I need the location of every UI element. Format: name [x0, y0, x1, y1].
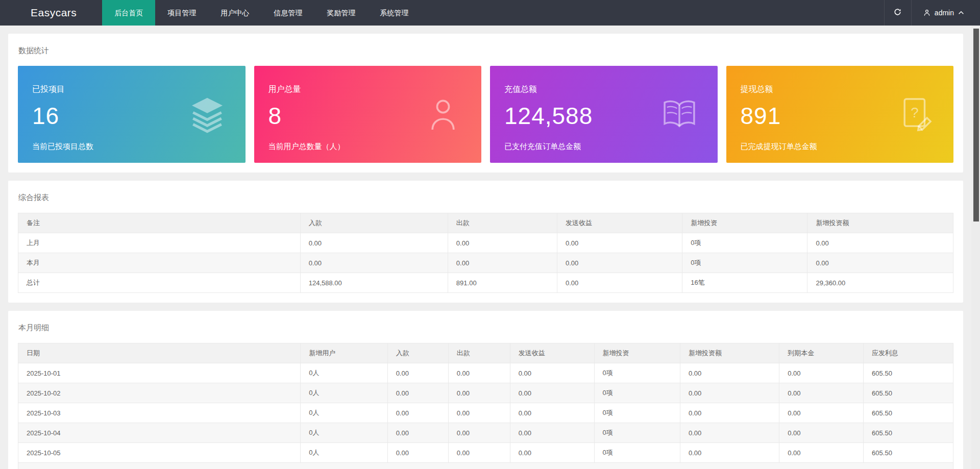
table-row: 上月0.000.000.000项0.00: [18, 233, 953, 253]
table-cell: 0.00: [680, 363, 779, 383]
column-header: 新增用户: [301, 343, 387, 363]
table-cell: 0人: [301, 423, 387, 443]
table-cell: 0.00: [779, 443, 864, 463]
table-cell: 605.50: [864, 423, 953, 443]
stat-cards: 已投项目 16 当前已投项目总数 用户总量 8 当前用户总数量（人）: [18, 66, 953, 163]
stat-card: 已投项目 16 当前已投项目总数: [18, 66, 246, 163]
column-header: 入款: [300, 213, 448, 233]
summary-section-title: 综合报表: [18, 181, 953, 213]
table-cell: 2025-10-03: [18, 403, 301, 423]
layers-icon: [188, 95, 226, 133]
detail-section-title: 本月明细: [18, 311, 953, 343]
table-cell: 0.00: [807, 253, 953, 273]
table-cell: 2025-10-05: [18, 443, 301, 463]
main-content: 数据统计 已投项目 16 当前已投项目总数 用户总量 8 当前用户总数量（人）: [0, 34, 971, 469]
nav-item-2[interactable]: 用户中心: [208, 0, 261, 26]
nav-item-3[interactable]: 信息管理: [261, 0, 314, 26]
table-cell: 0项: [594, 403, 680, 423]
table-cell: 2025-10-02: [18, 383, 301, 403]
table-cell: 0.00: [510, 403, 594, 423]
refresh-button[interactable]: [884, 0, 912, 26]
table-cell: 0.00: [779, 383, 864, 403]
table-cell: 0人: [301, 363, 387, 383]
table-row: 本月0.000.000.000项0.00: [18, 253, 953, 273]
table-row: 2025-10-030人0.000.000.000项0.000.00605.50: [18, 403, 953, 423]
stat-card: 充值总额 124,588 已支付充值订单总金额: [490, 66, 718, 163]
table-cell: 605.50: [864, 403, 953, 423]
refresh-icon: [893, 8, 902, 18]
table-cell: 2025-10-04: [18, 423, 301, 443]
top-navbar: Easycars 后台首页项目管理用户中心信息管理奖励管理系统管理 admin: [0, 0, 980, 26]
scrollbar[interactable]: [971, 26, 980, 469]
table-cell: 0.00: [448, 253, 557, 273]
table-cell: 16笔: [682, 273, 807, 293]
nav-item-4[interactable]: 奖励管理: [314, 0, 368, 26]
nav-item-0[interactable]: 后台首页: [102, 0, 155, 26]
table-cell: 0.00: [448, 423, 510, 443]
table-cell: 124,588.00: [300, 273, 448, 293]
summary-report-table: 备注入款出款发送收益新增投资新增投资额上月0.000.000.000项0.00本…: [18, 213, 953, 293]
stats-section-title: 数据统计: [18, 34, 953, 66]
stat-card-subtitle: 已支付充值订单总金额: [504, 142, 703, 152]
stat-card: 提现总额 891 已完成提现订单总金额 ?: [726, 66, 954, 163]
table-cell: 0项: [594, 383, 680, 403]
table-cell: 605.50: [864, 443, 953, 463]
chevron-up-icon: [958, 9, 965, 16]
table-cell: 0项: [682, 233, 807, 253]
user-name: admin: [935, 9, 954, 17]
table-cell: 0.00: [680, 383, 779, 403]
table-cell: 总计: [18, 273, 301, 293]
stat-card-title: 提现总额: [741, 84, 940, 95]
navbar-right: admin: [884, 0, 980, 26]
column-header: 新增投资额: [807, 213, 953, 233]
column-header: 出款: [448, 213, 557, 233]
nav-item-5[interactable]: 系统管理: [368, 0, 421, 26]
column-header: 应发利息: [864, 343, 953, 363]
column-header: 备注: [18, 213, 301, 233]
month-detail-table: 日期新增用户入款出款发送收益新增投资新增投资额到期本金应发利息2025-10-0…: [18, 343, 953, 469]
table-cell: 0.00: [557, 233, 682, 253]
stat-card-subtitle: 当前用户总数量（人）: [268, 142, 468, 152]
table-cell: 0.00: [510, 443, 594, 463]
stats-panel: 数据统计 已投项目 16 当前已投项目总数 用户总量 8 当前用户总数量（人）: [8, 34, 963, 172]
user-menu[interactable]: admin: [912, 0, 980, 26]
table-cell: 0.00: [557, 253, 682, 273]
stat-card-subtitle: 当前已投项目总数: [32, 142, 231, 152]
brand-logo[interactable]: Easycars: [31, 0, 77, 26]
column-header: 新增投资: [594, 343, 680, 363]
table-row: 2025-10-010人0.000.000.000项0.000.00605.50: [18, 363, 953, 383]
table-cell: 0.00: [448, 363, 510, 383]
table-cell: 0.00: [557, 273, 682, 293]
table-cell: 0.00: [300, 253, 448, 273]
column-header: 日期: [18, 343, 301, 363]
table-cell: 0.00: [448, 443, 510, 463]
table-cell: 0.00: [448, 403, 510, 423]
table-cell: 上月: [18, 233, 301, 253]
stat-card-title: 用户总量: [268, 84, 468, 95]
nav-item-1[interactable]: 项目管理: [155, 0, 208, 26]
table-cell: 0.00: [510, 383, 594, 403]
table-cell: 0.00: [807, 233, 953, 253]
table-cell: 0.00: [300, 233, 448, 253]
column-header: 入款: [387, 343, 448, 363]
table-cell: 0人: [301, 383, 387, 403]
table-cell: 0.00: [680, 403, 779, 423]
table-cell: 0.00: [448, 383, 510, 403]
table-row-partial: [18, 463, 953, 469]
table-cell: 29,360.00: [807, 273, 953, 293]
table-cell: 0项: [594, 443, 680, 463]
table-cell: 0项: [594, 363, 680, 383]
table-cell: 0.00: [387, 403, 448, 423]
table-row: 2025-10-050人0.000.000.000项0.000.00605.50: [18, 443, 953, 463]
table-cell: 605.50: [864, 363, 953, 383]
table-cell: 605.50: [864, 383, 953, 403]
table-cell: 0.00: [448, 233, 557, 253]
stat-card: 用户总量 8 当前用户总数量（人）: [254, 66, 482, 163]
month-detail-panel: 本月明细 日期新增用户入款出款发送收益新增投资新增投资额到期本金应发利息2025…: [8, 311, 963, 469]
stat-card-subtitle: 已完成提现订单总金额: [741, 142, 940, 152]
scrollbar-thumb[interactable]: [973, 29, 979, 221]
column-header: 新增投资: [682, 213, 807, 233]
table-cell: 本月: [18, 253, 301, 273]
table-cell: 0.00: [779, 403, 864, 423]
user-icon: [923, 9, 931, 17]
